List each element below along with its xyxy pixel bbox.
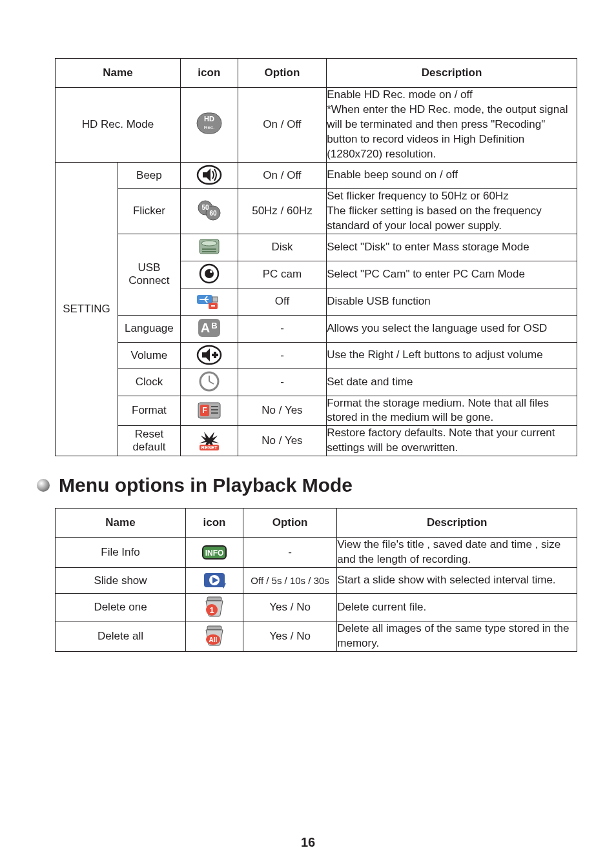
disk-icon	[195, 234, 223, 259]
table-row: File Info INFO - View the file's title ,…	[56, 538, 577, 568]
table-row: SETTING Beep On / Off Enable beep sound …	[56, 162, 577, 188]
cell-sub-name: USB Connect	[118, 234, 180, 315]
cell-sub-name: Beep	[118, 162, 180, 188]
header-icon: icon	[186, 509, 243, 538]
cell-icon: HD Rec.	[180, 88, 238, 163]
header-name: Name	[56, 509, 186, 538]
cell-icon	[180, 162, 238, 188]
svg-text:HD: HD	[204, 115, 214, 123]
cell-icon	[180, 342, 238, 368]
bullet-icon	[37, 479, 50, 492]
hd-rec-icon: HD Rec.	[195, 111, 223, 136]
table-row: Reset default RESET No / Yes Restore fac…	[56, 426, 577, 456]
table-row: USB Connect Disk Select "Disk" to enter …	[56, 234, 577, 261]
cell-description: Use the Right / Left buttons to adjust v…	[327, 342, 577, 368]
cell-sub-name: Clock	[118, 368, 180, 396]
cell-option: Off / 5s / 10s / 30s	[243, 568, 336, 594]
cell-option: On / Off	[238, 88, 326, 163]
table-row: HD Rec. Mode HD Rec. On / Off Enable HD …	[56, 88, 577, 163]
svg-rect-33	[211, 406, 218, 407]
pc-cam-icon	[195, 261, 223, 286]
svg-text:All: All	[209, 636, 218, 643]
section-heading: Menu options in Playback Mode	[37, 474, 577, 496]
cell-sub-name: Format	[118, 396, 180, 426]
cell-icon: A B	[180, 315, 238, 342]
slideshow-icon	[200, 568, 229, 592]
svg-text:1: 1	[209, 605, 214, 615]
svg-rect-34	[211, 409, 218, 410]
cell-icon	[180, 288, 238, 315]
cell-option: No / Yes	[238, 426, 326, 456]
flicker-icon: 50 60	[195, 198, 223, 223]
svg-text:B: B	[211, 321, 217, 330]
header-option: Option	[238, 59, 326, 88]
svg-rect-45	[207, 597, 221, 601]
cell-icon	[180, 234, 238, 261]
info-icon: INFO	[200, 540, 229, 565]
svg-rect-19	[211, 305, 215, 307]
cell-option: On / Off	[238, 162, 326, 188]
header-option: Option	[243, 509, 336, 538]
group-name: SETTING	[56, 162, 118, 456]
cell-option: 50Hz / 60Hz	[238, 188, 326, 234]
svg-text:F: F	[202, 406, 207, 415]
cell-description: Select "Disk" to enter Mass storage Mode	[327, 234, 577, 261]
cell-option: -	[238, 342, 326, 368]
cell-icon	[186, 568, 243, 594]
format-icon: F	[195, 398, 223, 423]
svg-text:RESET: RESET	[201, 445, 217, 450]
table-row: Flicker 50 60 50Hz / 60Hz Set flicker fr…	[56, 188, 577, 234]
table-row: Format F No / Yes Format the storage med…	[56, 396, 577, 426]
cell-description: Select "PC Cam" to enter PC Cam Mode	[327, 261, 577, 288]
cell-description: Format the storage medium. Note that all…	[327, 396, 577, 426]
cell-description: Set flicker frequency to 50Hz or 60Hz Th…	[327, 188, 577, 234]
header-description: Description	[327, 59, 577, 88]
cell-icon: All	[186, 621, 243, 652]
cell-description: Enable HD Rec. mode on / off *When enter…	[327, 88, 577, 163]
table-row: Clock - Set date and time	[56, 368, 577, 396]
cell-description: View the file's title , saved date and t…	[337, 538, 577, 568]
usb-off-icon	[195, 288, 223, 313]
svg-point-14	[205, 269, 214, 278]
cell-description: Disable USB function	[327, 288, 577, 315]
header-icon: icon	[180, 59, 238, 88]
svg-rect-17	[212, 297, 218, 302]
cell-name: Delete one	[56, 594, 186, 621]
cell-name: Slide show	[56, 568, 186, 594]
cell-icon: RESET	[180, 426, 238, 456]
cell-description: Restore factory defaults. Note that your…	[327, 426, 577, 456]
svg-text:INFO: INFO	[205, 549, 224, 558]
cell-sub-name: Flicker	[118, 188, 180, 234]
cell-sub-name: Reset default	[118, 426, 180, 456]
cell-option: Yes / No	[243, 594, 336, 621]
cell-option: No / Yes	[238, 396, 326, 426]
cell-option: -	[238, 368, 326, 396]
svg-point-10	[201, 241, 217, 246]
cell-icon: F	[180, 396, 238, 426]
header-description: Description	[337, 509, 577, 538]
delete-one-icon: 1	[200, 594, 229, 618]
cell-name: File Info	[56, 538, 186, 568]
svg-rect-26	[214, 352, 216, 358]
cell-option: -	[243, 538, 336, 568]
cell-name: HD Rec. Mode	[56, 88, 181, 163]
header-name: Name	[56, 59, 181, 88]
cell-option: Yes / No	[243, 621, 336, 652]
cell-description: Delete current file.	[337, 594, 577, 621]
playback-table: Name icon Option Description File Info I…	[55, 508, 577, 652]
table-row: Volume - Use the Right / Left buttons to…	[56, 342, 577, 368]
cell-icon: INFO	[186, 538, 243, 568]
page-number: 16	[0, 835, 616, 850]
cell-description: Delete all images of the same type store…	[337, 621, 577, 652]
cell-description: Start a slide show with selected interva…	[337, 568, 577, 594]
table-header-row: Name icon Option Description	[56, 59, 577, 88]
cell-description: Allows you select the language used for …	[327, 315, 577, 342]
volume-icon	[195, 343, 223, 367]
language-icon: A B	[195, 316, 223, 340]
svg-rect-11	[202, 248, 216, 250]
table-row: Delete one 1 Yes / No Delete current fil…	[56, 594, 577, 621]
cell-option: -	[238, 315, 326, 342]
cell-description: Set date and time	[327, 368, 577, 396]
settings-table: Name icon Option Description HD Rec. Mod…	[55, 58, 577, 456]
reset-icon: RESET	[195, 428, 223, 452]
